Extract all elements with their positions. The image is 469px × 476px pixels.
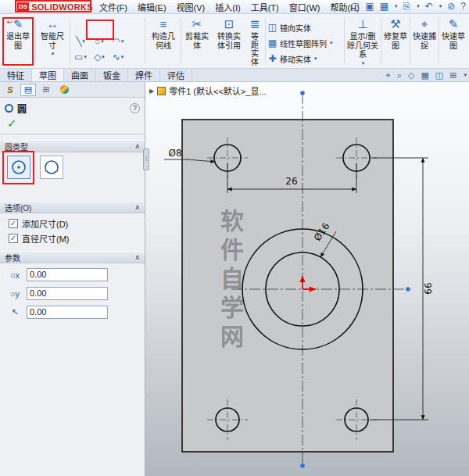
collapse-icon[interactable]: ∧ (134, 253, 140, 261)
help-menu-icon[interactable]: ? (460, 1, 466, 12)
dimension-d8-text[interactable]: Ø8 (168, 148, 181, 159)
tab-surfaces[interactable]: 曲面 (64, 69, 96, 81)
menu-tools[interactable]: 工具(T) (251, 1, 279, 13)
center-x-field[interactable]: 0.00 (27, 268, 108, 281)
diameter-dimension-label: 直径尺寸(M) (22, 232, 70, 245)
move-entities-icon: ✚ (267, 53, 277, 64)
relations-icon: ⊥ (357, 17, 367, 31)
print-dropdown-icon[interactable]: ▾ (417, 3, 420, 9)
repair-sketch-icon: ⚒ (390, 17, 400, 31)
radius-field[interactable]: 0.00 (27, 306, 108, 319)
appearances-tab-icon[interactable] (56, 84, 72, 96)
move-entities-button[interactable]: ✚ 移动实体 ▾ (267, 52, 342, 66)
construction-geometry-icon: ≡ (160, 17, 167, 31)
spline-icon: ∿ (113, 52, 120, 63)
highlight-circle-type-box (2, 151, 34, 184)
smart-dimension-dropdown-icon[interactable]: ▾ (52, 51, 55, 57)
center-y-parameter: ○y 0.00 (7, 287, 108, 300)
add-dimension-checkbox[interactable]: ✓ (9, 219, 18, 228)
repair-sketch-button[interactable]: ⚒ 修复草图 (382, 17, 409, 50)
appearances-ball-icon (60, 85, 69, 94)
flyout-arrow-icon[interactable]: ▶ (149, 88, 154, 95)
view-settings-icon[interactable]: ⊞ (449, 70, 456, 81)
smart-dimension-icon: ↔ (47, 17, 59, 31)
menu-insert[interactable]: 插入(I) (215, 1, 240, 13)
configurationmanager-tab-icon[interactable]: ⊞ (38, 84, 54, 96)
save-dropdown-icon[interactable]: ▾ (395, 3, 398, 9)
sketch-viewport[interactable]: 26 66 Ø8 Ø16 (145, 82, 469, 476)
search-icon[interactable]: ⌕ (397, 70, 402, 81)
menu-edit[interactable]: 编辑(E) (138, 1, 166, 13)
heads-up-toolbar: ⌖ ⌕ ◇ ▦ ◫ ⊞ ▾ (386, 69, 467, 81)
diameter-dimension-option[interactable]: ✓ 直径尺寸(M) (9, 232, 70, 245)
undo-icon[interactable]: ↶ (425, 1, 433, 12)
collapse-icon[interactable]: ∧ (134, 203, 140, 211)
dimension-66-text[interactable]: 66 (423, 282, 434, 294)
center-y-field[interactable]: 0.00 (27, 287, 108, 300)
solidworks-window: DS SOLIDWORKS 文件(F) 编辑(E) 视图(V) 插入(I) 工具… (0, 0, 469, 476)
document-title[interactable]: 零件1 (默认<<默认>_显... (169, 84, 266, 97)
part-icon (157, 87, 166, 95)
offset-entities-button[interactable]: ≣ 等距实体 (247, 17, 263, 66)
quick-access-toolbar: ▢ ▣ ▦▾ ⎘▾ ↶▾ ⊘ ? (351, 1, 466, 12)
ok-button[interactable]: ✓ (7, 116, 17, 131)
options-section-header[interactable]: 选项(O) ∧ (0, 201, 145, 213)
convert-entities-button[interactable]: ⊡ 转换实体引用 (213, 17, 245, 50)
tab-sketch[interactable]: 草图 (32, 69, 64, 81)
menu-items: 文件(F) 编辑(E) 视图(V) 插入(I) 工具(T) 窗口(W) 帮助(H… (99, 1, 360, 13)
polygon-tool[interactable]: ◇▾ (90, 49, 109, 65)
collapse-icon[interactable]: ∧ (134, 142, 140, 150)
perimeter-circle-type-button[interactable] (40, 156, 63, 179)
menu-window[interactable]: 窗口(W) (289, 1, 320, 13)
view-settings-dropdown-icon[interactable]: ▾ (464, 72, 467, 78)
center-y-icon: ○y (7, 289, 23, 299)
help-icon[interactable]: ? (130, 103, 140, 113)
radius-parameter: ↖ 0.00 (7, 306, 108, 319)
save-icon[interactable]: ▦ (380, 1, 388, 12)
command-tab-bar: 特征 草图 曲面 钣金 焊件 评估 ⌖ ⌕ ◇ ▦ ◫ ⊞ ▾ (0, 69, 469, 82)
section-view-icon[interactable]: ◫ (435, 70, 443, 81)
print-icon[interactable]: ⎘ (403, 1, 411, 12)
rapid-sketch-icon: ✎ (449, 17, 459, 31)
rectangle-tool[interactable]: ▭▾ (71, 49, 90, 65)
trim-entities-icon: ✂ (192, 17, 202, 31)
panel-splitter-handle[interactable]: ⁞ (143, 149, 149, 170)
mirror-entities-button[interactable]: ◫ 镜向实体 (267, 20, 342, 34)
dimension-26-text[interactable]: 26 (285, 176, 297, 187)
tab-features[interactable]: 特征 (0, 69, 32, 81)
smart-dimension-button[interactable]: ↔ 智能尺寸 ▾ (37, 17, 68, 57)
linear-pattern-button[interactable]: ▦ 线性草图阵列 ▾ (267, 36, 342, 50)
rapid-sketch-button[interactable]: ✎ 快速草图 (440, 17, 467, 50)
mirror-entities-icon: ◫ (267, 22, 277, 33)
tab-weldments[interactable]: 焊件 (128, 69, 160, 81)
display-style-icon[interactable]: ◇ (408, 70, 414, 81)
propertymanager-tab-icon[interactable]: ▤ (20, 84, 36, 96)
rectangle-icon: ▭ (74, 52, 83, 63)
selection-filter-icon[interactable]: ⌖ (386, 70, 391, 81)
spline-tool[interactable]: ∿▾ (109, 49, 127, 65)
display-delete-relations-button[interactable]: ⊥ 显示/删除几何关系 ▾ (345, 17, 380, 66)
trim-entities-button[interactable]: ✂ 剪裁实体 (182, 17, 212, 50)
center-x-icon: ○x (7, 270, 23, 280)
parameters-section-header[interactable]: 参数 ∧ (0, 251, 145, 263)
graphics-area[interactable]: ▶ 零件1 (默认<<默认>_显... (145, 82, 469, 476)
open-document-icon[interactable]: ▣ (365, 1, 374, 12)
menu-file[interactable]: 文件(F) (99, 1, 127, 13)
offset-entities-icon: ≣ (250, 17, 260, 31)
tab-sheet-metal[interactable]: 钣金 (96, 69, 128, 81)
panel-title: 圆 (17, 102, 27, 115)
polygon-icon: ◇ (94, 52, 101, 63)
manager-tab-strip: S ▤ ⊞ (0, 82, 145, 98)
featuremanager-tab-icon[interactable]: S (2, 84, 18, 96)
new-document-icon[interactable]: ▢ (351, 1, 360, 12)
diameter-dimension-checkbox[interactable]: ✓ (9, 234, 18, 243)
grid-view-icon[interactable]: ▦ (421, 70, 428, 81)
tab-evaluate[interactable]: 评估 (160, 69, 192, 81)
line-icon: ╲ (76, 36, 81, 47)
menu-view[interactable]: 视图(V) (177, 1, 206, 13)
add-dimension-option[interactable]: ✓ 添加尺寸(D) (9, 217, 68, 230)
quick-snaps-button[interactable]: ⌖ 快速捕捉 (411, 17, 438, 50)
undo-dropdown-icon[interactable]: ▾ (439, 3, 442, 9)
select-icon[interactable]: ⊘ (447, 1, 455, 12)
construction-geometry-button[interactable]: ≡ 构造几何线 (147, 17, 180, 50)
